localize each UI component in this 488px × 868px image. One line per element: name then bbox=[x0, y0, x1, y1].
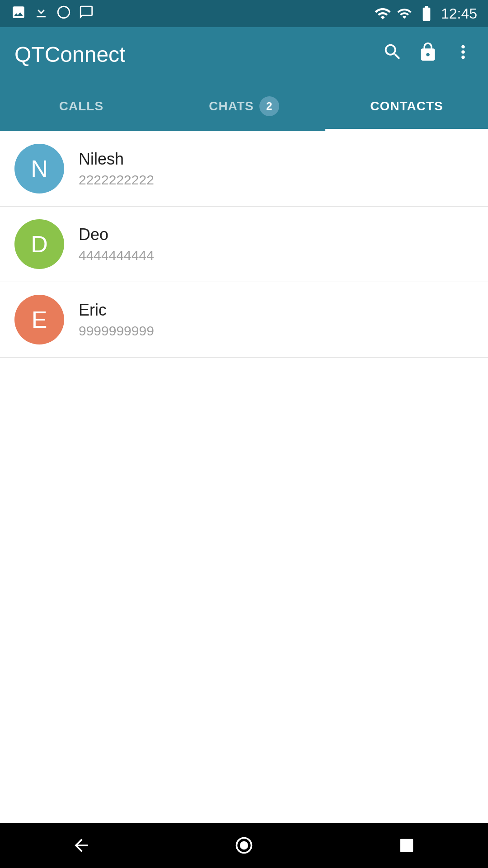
message-status-icon bbox=[79, 5, 94, 23]
tab-calls[interactable]: CALLS bbox=[0, 81, 163, 131]
chats-badge: 2 bbox=[259, 96, 279, 116]
avatar-eric: E bbox=[14, 295, 64, 344]
contact-number-nilesh: 2222222222 bbox=[79, 172, 154, 188]
avatar-letter-deo: D bbox=[31, 231, 48, 258]
back-button[interactable] bbox=[63, 827, 99, 863]
battery-icon bbox=[418, 5, 436, 23]
contact-number-deo: 4444444444 bbox=[79, 248, 154, 263]
app-title: QTConnect bbox=[14, 42, 382, 67]
more-options-button[interactable] bbox=[453, 42, 474, 67]
wifi-icon bbox=[374, 5, 391, 22]
contact-info-eric: Eric 9999999999 bbox=[79, 301, 154, 339]
contacts-list: N Nilesh 2222222222 D Deo 4444444444 E E… bbox=[0, 131, 488, 358]
search-button[interactable] bbox=[382, 42, 403, 67]
status-bar-right: 12:45 bbox=[374, 5, 477, 23]
contact-item-deo[interactable]: D Deo 4444444444 bbox=[0, 207, 488, 282]
settings-status-icon bbox=[56, 5, 71, 23]
tab-contacts[interactable]: CONTACTS bbox=[325, 81, 488, 131]
contact-number-eric: 9999999999 bbox=[79, 323, 154, 339]
avatar-deo: D bbox=[14, 219, 64, 269]
download-status-icon bbox=[33, 5, 49, 23]
svg-point-1 bbox=[241, 842, 248, 849]
contact-info-deo: Deo 4444444444 bbox=[79, 225, 154, 263]
home-button[interactable] bbox=[226, 827, 262, 863]
tab-chats-label: CHATS bbox=[209, 99, 253, 113]
contact-name-eric: Eric bbox=[79, 301, 154, 320]
bottom-nav bbox=[0, 823, 488, 868]
recent-button[interactable] bbox=[389, 827, 425, 863]
toolbar-icons bbox=[382, 42, 474, 67]
tab-contacts-label: CONTACTS bbox=[370, 99, 443, 113]
tab-chats[interactable]: CHATS 2 bbox=[163, 81, 325, 131]
toolbar: QTConnect bbox=[0, 27, 488, 81]
status-time: 12:45 bbox=[441, 5, 477, 22]
lock-button[interactable] bbox=[418, 42, 438, 67]
svg-rect-2 bbox=[400, 839, 413, 852]
tabs: CALLS CHATS 2 CONTACTS bbox=[0, 81, 488, 131]
contact-item-eric[interactable]: E Eric 9999999999 bbox=[0, 282, 488, 358]
status-bar: 12:45 bbox=[0, 0, 488, 27]
image-status-icon bbox=[11, 5, 26, 23]
signal-icon bbox=[397, 6, 412, 21]
avatar-nilesh: N bbox=[14, 144, 64, 193]
status-bar-left bbox=[11, 5, 94, 23]
contact-name-deo: Deo bbox=[79, 225, 154, 244]
contact-info-nilesh: Nilesh 2222222222 bbox=[79, 150, 154, 188]
tab-calls-label: CALLS bbox=[59, 99, 103, 113]
contact-item-nilesh[interactable]: N Nilesh 2222222222 bbox=[0, 131, 488, 207]
contact-name-nilesh: Nilesh bbox=[79, 150, 154, 169]
avatar-letter-nilesh: N bbox=[31, 155, 48, 182]
avatar-letter-eric: E bbox=[32, 306, 47, 333]
